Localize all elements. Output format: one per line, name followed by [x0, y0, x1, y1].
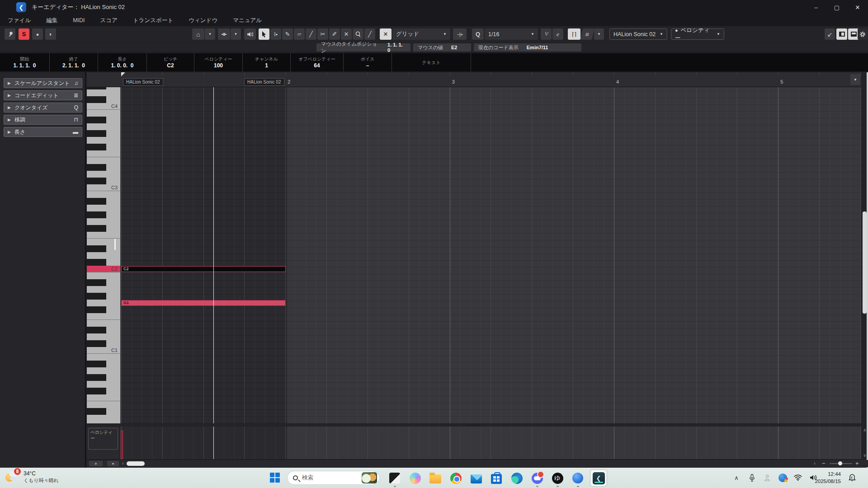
- horizontal-scrollbar-thumb[interactable]: [127, 461, 145, 466]
- track-selector-dropdown[interactable]: HALion Sonic 02▼: [609, 28, 667, 40]
- event-colors-dropdown[interactable]: ●ベロシティー▼: [671, 28, 724, 40]
- piano-key[interactable]: [87, 286, 120, 293]
- split-tool[interactable]: ✂: [317, 28, 328, 40]
- midi-note-g1[interactable]: G1: [121, 300, 286, 306]
- show-left-zone-toggle[interactable]: [836, 28, 847, 40]
- piano-key[interactable]: [87, 313, 120, 320]
- piano-key[interactable]: C4: [87, 103, 120, 110]
- scroll-up-icon[interactable]: ∧: [862, 427, 868, 432]
- autoscroll-dropdown[interactable]: ▼: [231, 28, 241, 40]
- piano-key[interactable]: [87, 259, 120, 266]
- vertical-scrollbar-thumb[interactable]: [863, 211, 867, 314]
- piano-key[interactable]: [87, 150, 120, 157]
- snap-type-dropdown[interactable]: グリッド▼: [392, 28, 450, 40]
- piano-key[interactable]: [87, 306, 120, 313]
- piano-key[interactable]: [87, 293, 120, 300]
- piano-key[interactable]: [87, 320, 120, 327]
- info-length[interactable]: 長さ1. 0. 0. 0: [98, 53, 147, 71]
- piano-key[interactable]: [87, 205, 120, 211]
- time-ruler[interactable]: 2345 HALion Sonic 02 HALion Sonic 02 ▼: [87, 72, 861, 87]
- pin-icon[interactable]: [5, 28, 15, 40]
- piano-key[interactable]: [87, 232, 120, 239]
- menu-midi[interactable]: MIDI: [65, 17, 92, 23]
- info-pitch[interactable]: ピッチC2: [147, 53, 194, 71]
- piano-key[interactable]: [87, 327, 120, 333]
- part-editing-mode-icon[interactable]: ⌈⌉: [568, 28, 580, 40]
- ruler-options-icon[interactable]: ▼: [850, 74, 860, 85]
- menu-transport[interactable]: トランスポート: [125, 17, 181, 24]
- piano-key-highlighted[interactable]: C2: [87, 266, 120, 272]
- info-end[interactable]: 終了2. 1. 1. 0: [50, 53, 98, 71]
- scroll-left-icon[interactable]: ‹: [122, 460, 124, 466]
- controller-lane-dropdown[interactable]: ▼: [107, 461, 119, 466]
- note-grid[interactable]: C2G1: [120, 87, 861, 423]
- microphone-icon[interactable]: [744, 471, 760, 484]
- piano-key[interactable]: [87, 252, 120, 259]
- record-icon[interactable]: ●: [32, 28, 43, 40]
- piano-key[interactable]: [87, 408, 120, 415]
- piano-key[interactable]: [87, 374, 120, 381]
- snap-toggle[interactable]: ✕: [380, 28, 392, 40]
- glue-tool[interactable]: ✐: [329, 28, 340, 40]
- piano-key[interactable]: [87, 211, 120, 218]
- zoom-tool[interactable]: [353, 28, 363, 40]
- iterative-quantize-icon[interactable]: ⅟: [541, 28, 552, 40]
- scroll-right-icon[interactable]: ›: [814, 460, 816, 466]
- search-box[interactable]: 検索: [287, 471, 380, 485]
- acoustic-feedback-icon[interactable]: ◗: [45, 28, 56, 40]
- app-status-icon[interactable]: [775, 471, 790, 484]
- piano-key[interactable]: [87, 157, 120, 164]
- wifi-icon[interactable]: [790, 471, 806, 484]
- hidden-icons-chevron[interactable]: ∧: [729, 471, 744, 484]
- speaker-icon[interactable]: [244, 28, 256, 40]
- zoom-in-icon[interactable]: +: [855, 460, 859, 467]
- taskbar-app-chrome[interactable]: [449, 471, 462, 485]
- info-voice[interactable]: ボイス–: [344, 53, 392, 71]
- autoscroll-home-dropdown[interactable]: ▼: [205, 28, 215, 40]
- velocity-lane-label[interactable]: ベロシティー: [88, 428, 118, 450]
- piano-key[interactable]: [87, 333, 120, 340]
- piano-key[interactable]: [87, 96, 120, 103]
- piano-key[interactable]: [87, 225, 120, 232]
- erase-tool[interactable]: ▱: [294, 28, 305, 40]
- line-tool[interactable]: ╱: [364, 28, 375, 40]
- section-scale-assistant[interactable]: ▶ スケールアシスタント ♫: [4, 78, 82, 88]
- section-length[interactable]: ▶ 長さ ▬: [4, 127, 82, 137]
- taskbar-app-sphere[interactable]: [571, 471, 585, 485]
- piano-key[interactable]: [87, 164, 120, 171]
- taskbar-clock[interactable]: 12:44 2025/08/15: [815, 470, 841, 485]
- piano-key[interactable]: [87, 123, 120, 130]
- taskbar-app-store[interactable]: [490, 471, 503, 485]
- taskbar-app-ime[interactable]: ゆ: [551, 471, 564, 485]
- notification-bell-icon[interactable]: z: [848, 473, 856, 483]
- close-button[interactable]: ✕: [847, 0, 868, 14]
- piano-key[interactable]: [87, 394, 120, 401]
- section-chord-edit[interactable]: ▶ コードエディット ≣: [4, 90, 82, 100]
- grid-type-icon[interactable]: −|+: [453, 28, 467, 40]
- setup-toolbar-gear-icon[interactable]: [858, 28, 868, 40]
- velocity-lane[interactable]: [120, 427, 861, 459]
- autoscroll-icon[interactable]: ◂▮▸: [218, 28, 230, 40]
- piano-key[interactable]: [87, 191, 120, 198]
- draw-tool[interactable]: ✎: [282, 28, 293, 40]
- menu-file[interactable]: ファイル: [0, 17, 38, 24]
- trim-tool[interactable]: ╱: [306, 28, 316, 40]
- piano-key[interactable]: [87, 340, 120, 347]
- piano-key[interactable]: [87, 381, 120, 388]
- person-icon[interactable]: [760, 471, 775, 484]
- piano-key[interactable]: [87, 354, 120, 361]
- piano-key[interactable]: [87, 361, 120, 367]
- weather-widget[interactable]: 8 34°C くもり時々晴れ: [5, 469, 59, 485]
- taskbar-app-snipping[interactable]: [388, 471, 401, 485]
- zoom-out-icon[interactable]: −: [822, 460, 826, 467]
- piano-key[interactable]: [87, 279, 120, 286]
- info-text[interactable]: テキスト: [392, 53, 471, 71]
- piano-key[interactable]: [87, 130, 120, 137]
- quantize-q-icon[interactable]: Q: [472, 28, 484, 40]
- midi-note-c2[interactable]: C2: [121, 266, 286, 272]
- piano-key[interactable]: [87, 218, 120, 225]
- menu-edit[interactable]: 編集: [38, 17, 65, 24]
- taskbar-app-cubase-active[interactable]: ❮: [590, 469, 607, 487]
- zoom-slider-thumb[interactable]: [838, 461, 842, 465]
- piano-key[interactable]: [87, 89, 120, 96]
